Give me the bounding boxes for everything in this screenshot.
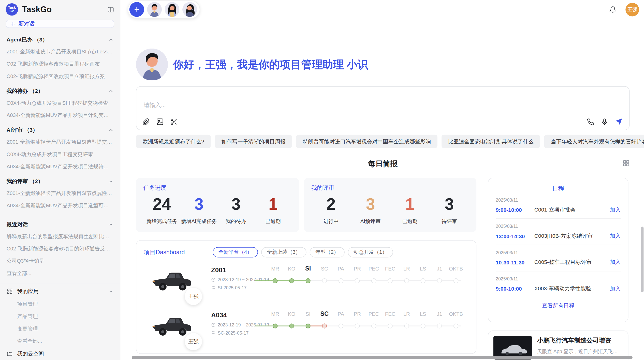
filter-pill[interactable]: 全新平台（4）	[213, 247, 258, 257]
section-label: 我的评审	[7, 178, 28, 185]
view-all-schedule-link[interactable]: 查看所有日程	[496, 302, 621, 309]
app-subitem[interactable]: 查看全部...	[0, 335, 120, 347]
collapse-sidebar-icon[interactable]	[107, 6, 114, 13]
suggestion-chip[interactable]: 特朗普可能对进口汽车增税会对中国车企造成哪些影响	[296, 135, 437, 148]
join-button[interactable]: 加入	[610, 285, 621, 292]
milestone-dot	[305, 323, 310, 328]
schedule-name: C001-立项审批会	[534, 206, 607, 214]
greeting-text: 你好，王强，我是你的项目管理助理 小识	[173, 57, 368, 72]
chevron-up-icon[interactable]	[108, 37, 113, 42]
recent-conversation-item[interactable]: 公司Q3轻卡销量	[0, 255, 120, 267]
stage-label: FEC	[385, 266, 395, 272]
app-subitem[interactable]: 变更管理	[0, 323, 120, 335]
sidebar-item-my-apps[interactable]: 我的应用	[0, 285, 120, 298]
stat-label: AI预评审	[351, 218, 390, 225]
filter-pill[interactable]: 全新上装（3）	[261, 247, 306, 257]
sidebar-task-item[interactable]: Z001-全新燃油轻卡产品开发项目SI节点属性5D文件评审	[0, 187, 120, 199]
sidebar-item-cloud-space[interactable]: 我的云空间	[0, 347, 120, 360]
section-ai-review-list: Z001-全新燃油轻卡产品开发项目SI造型提交物评审C0X4-动力总成开发项目工…	[0, 136, 120, 173]
vertical-scrollbar[interactable]	[641, 227, 643, 292]
chevron-up-icon[interactable]	[108, 222, 113, 227]
chevron-up-icon[interactable]	[108, 128, 113, 132]
milestone-dot	[388, 323, 392, 328]
recent-list: 解释最新出台的欧盟报废车法规再生塑料比例被调至15%...C02-飞腾新能源轻客…	[0, 230, 120, 280]
section-recent[interactable]: 最近对话	[0, 212, 120, 230]
project-code: A034	[211, 312, 264, 319]
app-subitem[interactable]: 项目管理	[0, 298, 120, 310]
filter-pill[interactable]: 动总开发（1）	[348, 247, 393, 257]
stage-label: J1	[437, 311, 442, 317]
join-button[interactable]: 加入	[610, 206, 621, 214]
section-my-review[interactable]: 我的评审 （2）	[0, 173, 120, 187]
phone-icon[interactable]	[587, 118, 594, 125]
notifications-bell-icon[interactable]	[609, 6, 617, 13]
filter-pill[interactable]: 年型（2）	[310, 247, 344, 257]
clock-icon	[211, 322, 216, 327]
section-label: AI评审	[7, 126, 23, 134]
sidebar-item-label: 我的云空间	[17, 350, 44, 357]
stat: 24 新增完成任务	[143, 195, 181, 225]
assistant-avatar-2[interactable]	[165, 2, 180, 17]
new-chat-button[interactable]: 新对话	[6, 20, 114, 28]
stat-value: 1	[390, 195, 430, 213]
milestone-dot	[371, 278, 376, 283]
stat-value: 1	[255, 195, 292, 213]
stage-labels: MRKOSISCPAPRPECFECLRLSJ1OKTB	[267, 310, 464, 317]
sidebar-task-item[interactable]: C02-飞腾新能源轻客改款项目里程碑画布	[0, 58, 120, 70]
add-assistant-button[interactable]	[129, 2, 144, 17]
topbar: 王强	[120, 0, 644, 19]
schedule-name: X003-车辆动力学性能验...	[534, 285, 607, 292]
stat-value: 3	[430, 195, 469, 213]
section-my-todo[interactable]: 我的待办 （2）	[0, 83, 120, 97]
join-button[interactable]: 加入	[610, 259, 621, 266]
sidebar-task-item[interactable]: Z001-全新燃油轻卡产品开发项目SI造型提交物评审	[0, 136, 120, 148]
sidebar-task-item[interactable]: A034-全新新能源MUV产品开发项目造型可行性评审	[0, 200, 120, 212]
stat: 1 已逾期	[390, 195, 430, 225]
sidebar: Task Go TaskGo 新对话 Agent已办 （3） Z001-全新燃油…	[0, 0, 120, 360]
assistant-avatar-3[interactable]	[182, 2, 197, 17]
recent-conversation-item[interactable]: 查看全部...	[0, 267, 120, 279]
suggestion-chip[interactable]: 当下年轻人对汽车外观有怎样的喜好趋势	[544, 135, 644, 148]
assistant-avatar-1[interactable]	[147, 2, 162, 17]
microphone-icon[interactable]	[601, 118, 608, 125]
image-icon[interactable]	[156, 118, 164, 126]
schedule-name: C003|H0B-方案冻结评审	[534, 232, 607, 240]
project-dates: 2023-12-19 ~ 2026-01-19	[211, 322, 264, 327]
chat-input[interactable]	[143, 101, 490, 109]
section-agent-done[interactable]: Agent已办 （3）	[0, 31, 120, 46]
stat-cards: 任务进度 24 新增完成任务 3	[136, 178, 476, 232]
chevron-up-icon[interactable]	[108, 179, 113, 184]
schedule-card: 日程 2025/03/11 9:00-10:00 C001-立项审批会 加入	[488, 178, 628, 322]
scissors-icon[interactable]	[170, 118, 178, 126]
user-avatar[interactable]: 王强	[625, 3, 639, 16]
suggestion-chip[interactable]: 比亚迪全固态电池计划具体说了什么	[442, 135, 540, 148]
project-row[interactable]: 王强 Z001 2023-12-19 ~ 2027-01-19	[144, 264, 476, 307]
sidebar-task-item[interactable]: A034-全新新能源MUV产品开发项目计划变更表编写	[0, 109, 120, 122]
schedule-date: 2025/03/11	[496, 250, 621, 255]
project-row[interactable]: 王强 A034 2023-12-19 ~ 2026-01-19	[144, 309, 476, 352]
chevron-up-icon[interactable]	[108, 89, 113, 94]
attachment-icon[interactable]	[142, 118, 150, 126]
stat-value: 2	[311, 195, 351, 213]
layout-switcher-icon[interactable]	[623, 160, 630, 167]
recent-conversation-item[interactable]: 解释最新出台的欧盟报废车法规再生塑料比例被调至15%...	[0, 230, 120, 243]
sidebar-task-item[interactable]: C0X4-动力总成开发项目SI里程碑提交物检查	[0, 97, 120, 109]
recent-conversation-item[interactable]: C02-飞腾新能源轻客改款项目的闭环通告反馈情况	[0, 243, 120, 255]
stage-label: MR	[271, 266, 279, 272]
sidebar-task-item[interactable]: A034-全新新能源MUV产品开发项目法规符合性评审	[0, 160, 120, 173]
suggestion-chip[interactable]: 欧洲新规最近颁布了什么?	[136, 135, 211, 148]
sidebar-task-item[interactable]: C0X4-动力总成开发项目工程变更评审	[0, 148, 120, 160]
schedule-date: 2025/03/11	[496, 276, 621, 281]
join-button[interactable]: 加入	[610, 232, 621, 240]
sidebar-task-item[interactable]: Z001-全新燃油皮卡产品开发项目SI节点Lesson Learn报告	[0, 46, 120, 58]
horizontal-scrollbar[interactable]	[132, 356, 632, 359]
suggestion-chip[interactable]: 如何写一份清晰的项目周报	[215, 135, 292, 148]
chevron-up-icon[interactable]	[108, 289, 113, 294]
stage-label: J1	[437, 266, 442, 272]
app-subitem[interactable]: 产品管理	[0, 310, 120, 323]
app-logo: Task Go	[6, 3, 18, 16]
sidebar-task-item[interactable]: C02-飞腾新能源轻客改款项目立项汇报方案	[0, 70, 120, 82]
section-ai-review[interactable]: AI评审 （3）	[0, 122, 120, 136]
news-card[interactable]: 小鹏飞行汽车制造公司增资 天眼查 App 显示，近日广州汇天飞行汽...	[488, 331, 628, 360]
send-icon[interactable]	[615, 118, 623, 126]
